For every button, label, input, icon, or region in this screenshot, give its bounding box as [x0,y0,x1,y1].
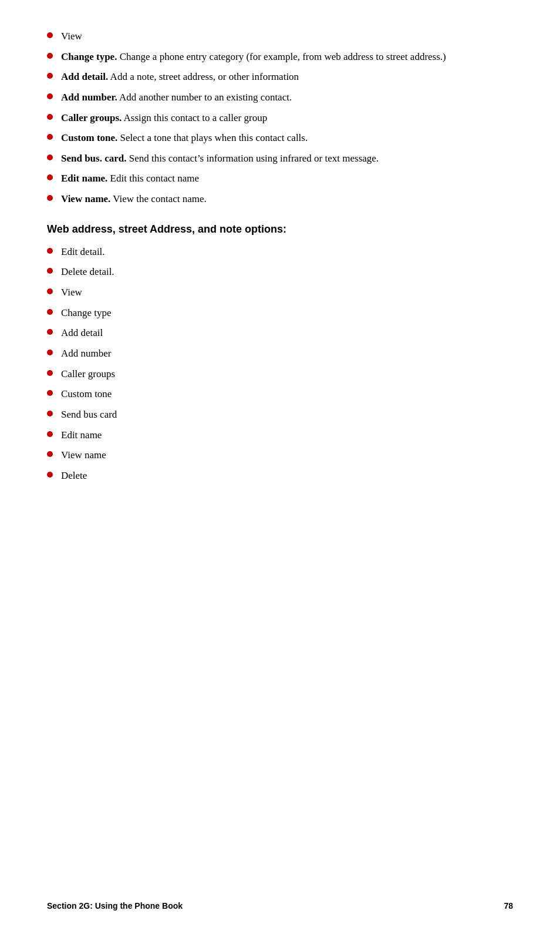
list-item: View [47,285,513,300]
item-text: Change type. Change a phone entry catego… [61,50,513,65]
list-item: Add detail [47,326,513,341]
bullet-dot [47,309,53,315]
item-text: Add number [61,347,513,361]
item-text: Edit name [61,428,513,443]
bullet-dot [47,53,53,59]
bullet-dot [47,174,53,180]
item-text: Custom tone. Select a tone that plays wh… [61,131,513,146]
list-item: Delete detail. [47,265,513,280]
item-text: View [61,285,513,300]
item-text: Custom tone [61,387,513,402]
item-text: Edit name. Edit this contact name [61,172,513,186]
footer-left: Section 2G: Using the Phone Book [47,901,183,911]
footer-right: 78 [504,901,513,911]
bullet-dot [47,268,53,274]
item-text: Send bus card [61,408,513,422]
list-item: View name [47,448,513,463]
list-item: Change type. Change a phone entry catego… [47,50,513,65]
bullet-dot [47,195,53,201]
item-text: Caller groups. Assign this contact to a … [61,111,513,126]
item-text: Change type [61,306,513,321]
item-text: Add detail [61,326,513,341]
page-footer: Section 2G: Using the Phone Book 78 [47,901,513,911]
list-item: Custom tone [47,387,513,402]
bullet-dot [47,370,53,376]
item-text: View [61,29,513,44]
bullet-dot [47,73,53,79]
bullet-dot [47,154,53,160]
bullet-dot [47,114,53,120]
item-text: Delete [61,469,513,483]
list-item: Caller groups [47,367,513,382]
bullet-dot [47,451,53,457]
list-item: Send bus. card. Send this contact’s info… [47,152,513,166]
top-bullet-list: View Change type. Change a phone entry c… [47,29,513,207]
item-text: View name. View the contact name. [61,192,513,207]
list-item: Custom tone. Select a tone that plays wh… [47,131,513,146]
bullet-dot [47,472,53,478]
list-item: Edit name. Edit this contact name [47,172,513,186]
list-item: Edit detail. [47,245,513,260]
item-text: Send bus. card. Send this contact’s info… [61,152,513,166]
item-text: View name [61,448,513,463]
list-item: Change type [47,306,513,321]
item-text: Edit detail. [61,245,513,260]
bullet-dot [47,248,53,254]
list-item: Edit name [47,428,513,443]
item-text: Add detail. Add a note, street address, … [61,70,513,85]
item-text: Caller groups [61,367,513,382]
page-content: View Change type. Change a phone entry c… [0,0,560,536]
bottom-bullet-list: Edit detail. Delete detail. View Change … [47,245,513,483]
section-heading: Web address, street Address, and note op… [47,223,513,236]
item-text: Add number. Add another number to an exi… [61,90,513,105]
bullet-dot [47,93,53,99]
list-item: Delete [47,469,513,483]
bullet-dot [47,32,53,38]
item-text: Delete detail. [61,265,513,280]
list-item: View [47,29,513,44]
list-item: Caller groups. Assign this contact to a … [47,111,513,126]
list-item: Add number [47,347,513,361]
list-item: Add detail. Add a note, street address, … [47,70,513,85]
bullet-dot [47,134,53,140]
list-item: Add number. Add another number to an exi… [47,90,513,105]
bullet-dot [47,431,53,437]
bullet-dot [47,288,53,294]
list-item: View name. View the contact name. [47,192,513,207]
bullet-dot [47,329,53,335]
bullet-dot [47,390,53,396]
bullet-dot [47,411,53,416]
list-item: Send bus card [47,408,513,422]
bullet-dot [47,350,53,355]
